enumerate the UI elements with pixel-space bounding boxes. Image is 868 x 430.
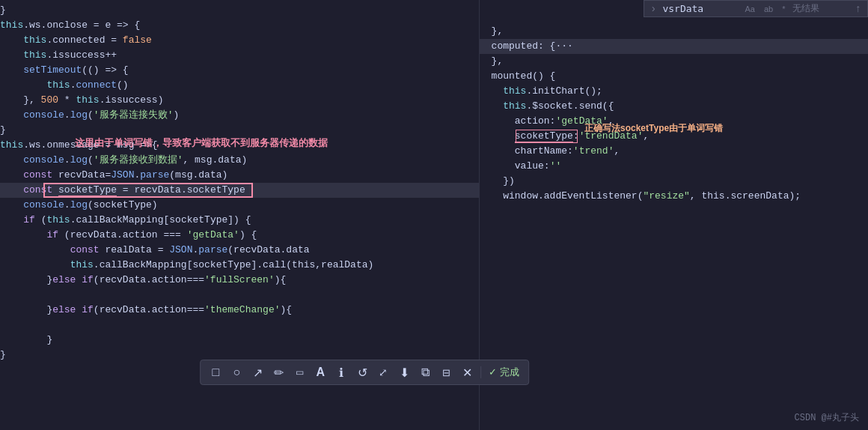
undo-tool-btn[interactable]: ↺: [353, 363, 371, 381]
regex-btn[interactable]: *: [779, 3, 788, 15]
code-token: const: [23, 169, 52, 181]
code-token: log: [70, 199, 88, 211]
code-token: .: [64, 154, 70, 166]
rectangle-tool-btn[interactable]: □: [207, 363, 224, 381]
code-token: '服务器连接失败': [94, 109, 174, 121]
code-line: const realData = JSON.parse(recvData.dat…: [0, 243, 479, 258]
code-token: action:: [480, 115, 555, 127]
code-token: }: [0, 304, 52, 315]
code-token: ){: [280, 304, 292, 315]
code-line: }: [0, 3, 479, 18]
code-token: [0, 214, 23, 225]
code-token: .callBackMapping[socketType].call(this,r…: [94, 259, 373, 270]
code-token: chartName:: [480, 145, 573, 157]
line-content: console.log('服务器接收到数据', msg.data): [0, 153, 473, 168]
code-token: 'trendData': [579, 130, 644, 142]
crop-tool-btn[interactable]: ⤢: [374, 363, 392, 381]
code-token: this: [0, 139, 23, 151]
code-line: if (this.callBackMapping[socketType]) {: [0, 213, 479, 228]
code-line: }, 500 * this.issuccess): [0, 93, 479, 108]
text-tool-btn[interactable]: A: [311, 363, 329, 381]
download-tool-btn[interactable]: ⬇: [395, 363, 413, 381]
search-bar[interactable]: › Aa ab * 无结果 ↑: [644, 0, 868, 17]
code-token: },: [480, 55, 503, 67]
line-content: value:'': [480, 159, 862, 174]
code-line: [0, 318, 479, 333]
code-line: if (recvData.action === 'getData') {: [0, 228, 479, 243]
code-token: .ws.onmessage = msg =>{: [23, 139, 157, 151]
code-token: (msg.data): [169, 169, 227, 181]
arrow-tool-btn[interactable]: ↗: [248, 363, 266, 381]
code-token: console: [23, 199, 64, 211]
search-options: Aa ab *: [742, 3, 788, 15]
code-line-right: this.$socket.send({: [480, 99, 868, 114]
code-token: "resize": [643, 190, 689, 202]
textbox-tool-btn[interactable]: ▭: [290, 363, 308, 381]
whole-word-btn[interactable]: ab: [761, 3, 776, 15]
code-line: const recvData=JSON.parse(msg.data): [0, 168, 479, 183]
code-token: connect: [76, 79, 117, 91]
code-token: mounted() {: [480, 70, 555, 82]
code-line: }: [0, 123, 479, 138]
code-token: [0, 229, 46, 240]
code-token: JSON: [169, 244, 192, 255]
code-token-underline: socketType: [58, 184, 117, 197]
code-token: .callBackMapping[socketType]) {: [70, 214, 251, 225]
code-token: }: [0, 349, 6, 360]
search-input[interactable]: [662, 3, 737, 14]
code-token: parse: [198, 244, 227, 255]
code-line: console.log('服务器连接失败'): [0, 108, 479, 123]
code-token: ,: [643, 130, 649, 142]
code-token: [0, 184, 23, 196]
code-token: .initChart();: [526, 85, 602, 97]
code-token: 500: [41, 94, 58, 106]
code-token: 'themeChange': [204, 304, 280, 315]
code-token: }: [0, 334, 52, 345]
search-arrow-up[interactable]: ›: [649, 3, 658, 15]
copy-tool-btn[interactable]: ⧉: [416, 363, 434, 381]
code-token: [0, 244, 70, 255]
close-tool-btn[interactable]: ✕: [458, 363, 476, 381]
code-token: '': [550, 160, 562, 172]
bookmark-tool-btn[interactable]: ⊟: [437, 363, 455, 381]
code-token: },: [0, 94, 41, 106]
code-token: log: [70, 154, 88, 166]
code-token: = recvData.socketType: [117, 184, 245, 196]
code-token: [0, 109, 23, 121]
line-content: console.log(socketType): [0, 198, 473, 213]
code-token: 'getData': [187, 229, 239, 240]
line-content: window.addEventListener("resize", this.s…: [480, 189, 862, 204]
code-line: setTimeout(() => {: [0, 63, 479, 78]
code-token: console: [23, 109, 64, 121]
code-token: else if: [52, 304, 94, 315]
code-line: }else if(recvData.action==='fullScreen')…: [0, 273, 479, 288]
code-token: *: [58, 94, 76, 106]
code-token: (): [117, 79, 129, 91]
code-token: if: [23, 214, 35, 225]
code-token: this: [46, 79, 70, 91]
search-arrow-down[interactable]: ↑: [854, 3, 863, 15]
code-token: '服务器接收到数据': [94, 154, 183, 166]
line-content: action:'getData',: [480, 114, 862, 129]
code-line-highlighted: const socketType = recvData.socketType: [0, 183, 479, 198]
line-content: setTimeout(() => {: [0, 63, 473, 78]
code-line-right: value:'': [480, 159, 868, 174]
code-token: .ws.onclose = e => {: [23, 19, 140, 31]
code-token: window.addEventListener(: [480, 190, 643, 202]
code-line-right: window.addEventListener("resize", this.s…: [480, 189, 868, 204]
pen-tool-btn[interactable]: ✏: [269, 363, 287, 381]
code-token: , msg.data): [183, 154, 247, 166]
info-tool-btn[interactable]: ℹ: [332, 363, 350, 381]
code-line: this.connect(): [0, 78, 479, 93]
code-token: (() => {: [82, 64, 128, 76]
code-token: [480, 85, 503, 97]
done-tool-btn[interactable]: ✓ 完成: [486, 363, 522, 381]
circle-tool-btn[interactable]: ○: [227, 363, 245, 381]
case-sensitive-btn[interactable]: Aa: [742, 3, 757, 15]
code-line-right: chartName:'trend',: [480, 144, 868, 159]
code-token: computed: {···: [480, 40, 573, 52]
code-token: [480, 100, 503, 112]
code-token: this: [23, 49, 46, 61]
line-content: if (this.callBackMapping[socketType]) {: [0, 213, 473, 228]
code-token: (: [88, 109, 94, 121]
